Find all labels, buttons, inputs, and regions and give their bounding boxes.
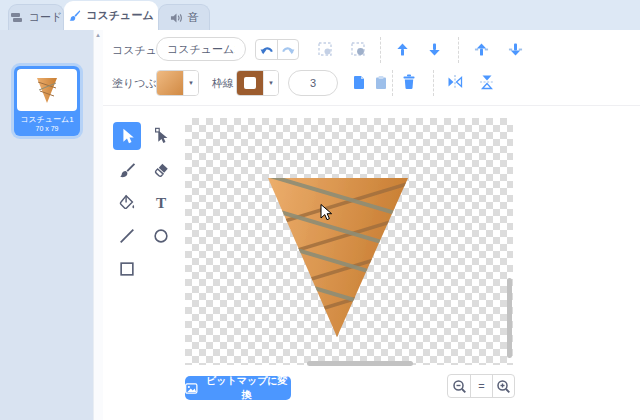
code-blocks-icon <box>10 12 24 24</box>
tool-rectangle[interactable] <box>113 255 141 283</box>
tool-reshape[interactable] <box>147 122 175 150</box>
brush-icon <box>68 9 81 22</box>
front-layer-button[interactable] <box>472 40 490 58</box>
raise-layer-button[interactable] <box>393 40 411 58</box>
copy-icon <box>352 75 366 90</box>
delete-button[interactable] <box>400 72 418 90</box>
tool-brush[interactable] <box>113 156 141 184</box>
group-icon <box>317 41 333 57</box>
mouse-cursor-icon <box>320 204 333 221</box>
brush-tool-icon <box>118 161 136 179</box>
zoom-in-button[interactable] <box>492 375 514 397</box>
undo-icon <box>260 44 274 56</box>
chevron-down-icon: ▼ <box>263 71 278 95</box>
scroll-up-icon: ▲ <box>95 32 101 38</box>
cone-drawing <box>185 118 513 365</box>
fill-bucket-icon <box>118 194 136 212</box>
paint-canvas[interactable] <box>185 118 513 365</box>
ungroup-icon <box>350 41 366 57</box>
flip-vertical-icon <box>479 74 495 90</box>
chevron-down-icon: ▼ <box>183 71 198 95</box>
reshape-icon <box>152 127 170 145</box>
canvas-vertical-scrollbar[interactable] <box>507 278 512 358</box>
tool-text[interactable]: T <box>147 189 175 217</box>
tab-code[interactable]: コード <box>8 4 64 30</box>
arrow-up-icon <box>395 42 410 57</box>
outline-color-swatch <box>237 71 263 95</box>
tool-fill[interactable] <box>113 189 141 217</box>
tool-select[interactable] <box>113 122 141 150</box>
toolbar-divider <box>392 70 393 96</box>
fill-color-picker[interactable]: ▼ <box>156 70 199 96</box>
rectangle-icon <box>118 260 136 278</box>
outline-color-picker[interactable]: ▼ <box>236 70 279 96</box>
zoom-out-icon <box>452 379 467 394</box>
tab-costumes-label: コスチューム <box>86 8 153 23</box>
paste-button[interactable] <box>372 73 390 91</box>
toolbar-divider <box>380 37 381 63</box>
eraser-icon <box>152 161 170 179</box>
zoom-out-button[interactable] <box>448 375 470 397</box>
costume-list-item[interactable]: 1 コスチューム1 70 x 79 <box>14 66 80 136</box>
zoom-controls: = <box>447 374 515 398</box>
paste-icon <box>374 75 388 90</box>
tab-sounds[interactable]: 音 <box>158 4 210 30</box>
zoom-reset-label: = <box>478 380 484 392</box>
costume-list-scrollbar[interactable]: ▲ <box>93 30 103 420</box>
tab-costumes[interactable]: コスチューム <box>64 1 158 30</box>
toolbar-divider <box>433 70 434 96</box>
trash-icon <box>401 73 417 90</box>
speaker-icon <box>170 12 183 24</box>
flip-vertical-button[interactable] <box>478 73 496 91</box>
toolbar-divider <box>458 37 459 63</box>
stroke-width-input[interactable] <box>288 70 338 96</box>
outline-label: 枠線 <box>212 76 234 91</box>
lower-layer-button[interactable] <box>425 40 443 58</box>
flip-horizontal-button[interactable] <box>446 73 464 91</box>
text-icon: T <box>152 194 170 212</box>
svg-text:T: T <box>156 194 166 211</box>
copy-button[interactable] <box>350 73 368 91</box>
back-layer-button[interactable] <box>506 40 524 58</box>
redo-icon <box>281 44 295 56</box>
canvas-horizontal-scrollbar[interactable] <box>307 361 413 366</box>
paint-editor: コスチューム <box>103 30 640 420</box>
line-icon <box>118 227 136 245</box>
scratch-paint-editor: コード コスチューム 音 1 <box>0 0 640 420</box>
group-button[interactable] <box>316 40 334 58</box>
flip-horizontal-icon <box>447 74 463 90</box>
circle-icon <box>152 227 170 245</box>
cone-thumbnail-image <box>36 76 58 104</box>
costume-dimensions: 70 x 79 <box>14 125 80 132</box>
costume-list-panel: 1 コスチューム1 70 x 79 <box>0 30 93 420</box>
fill-color-swatch <box>157 71 183 95</box>
zoom-reset-button[interactable]: = <box>470 375 492 397</box>
tool-eraser[interactable] <box>147 156 175 184</box>
arrow-down-bar-icon <box>508 42 523 57</box>
bitmap-image-icon <box>185 383 198 394</box>
toolbar-separator <box>103 105 640 106</box>
costume-name: コスチューム1 <box>14 114 80 125</box>
tab-code-label: コード <box>29 10 63 25</box>
arrow-up-bar-icon <box>474 42 489 57</box>
zoom-in-icon <box>496 379 511 394</box>
tool-circle[interactable] <box>147 222 175 250</box>
tab-bar: コード コスチューム 音 <box>0 0 640 30</box>
select-cursor-icon <box>118 127 136 145</box>
undo-button[interactable] <box>256 40 277 59</box>
costume-name-input[interactable] <box>156 37 246 61</box>
tool-line[interactable] <box>113 222 141 250</box>
tab-sounds-label: 音 <box>188 10 199 25</box>
arrow-down-icon <box>427 42 442 57</box>
redo-button[interactable] <box>277 40 298 59</box>
ungroup-button[interactable] <box>349 40 367 58</box>
undo-redo-group <box>255 39 299 60</box>
convert-to-bitmap-label: ビットマップに変換 <box>203 374 291 402</box>
costume-thumbnail <box>17 69 77 111</box>
convert-to-bitmap-button[interactable]: ビットマップに変換 <box>185 376 291 400</box>
